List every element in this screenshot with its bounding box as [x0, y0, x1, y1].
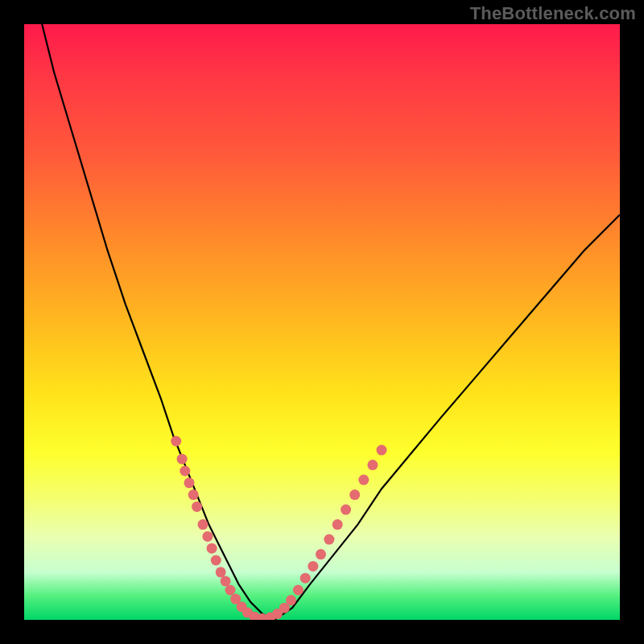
data-marker [349, 489, 360, 500]
data-marker [367, 460, 378, 470]
data-marker [184, 477, 195, 488]
data-marker [308, 561, 318, 572]
data-marker [377, 445, 387, 456]
data-marker [202, 531, 213, 542]
data-marker [216, 567, 226, 577]
data-marker [225, 585, 236, 596]
data-marker [207, 543, 217, 554]
data-marker [192, 502, 202, 512]
data-marker [177, 454, 188, 464]
data-marker [180, 466, 190, 477]
data-marker [300, 573, 311, 584]
data-marker [341, 505, 351, 515]
data-marker [332, 519, 343, 530]
data-marker [316, 549, 326, 559]
data-marker [293, 585, 303, 596]
data-marker [324, 535, 334, 545]
data-marker [221, 576, 231, 586]
data-marker [211, 555, 221, 566]
watermark-text: TheBottleneck.com [470, 3, 636, 24]
chart-stage: TheBottleneck.com [0, 0, 644, 644]
data-marker [358, 475, 369, 485]
gradient-plot-area [24, 24, 620, 620]
data-marker [198, 519, 208, 530]
curve-svg [24, 24, 620, 620]
bottleneck-curve-path [42, 24, 620, 620]
data-marker [171, 436, 181, 447]
data-marker [188, 489, 199, 500]
data-marker [286, 595, 296, 605]
